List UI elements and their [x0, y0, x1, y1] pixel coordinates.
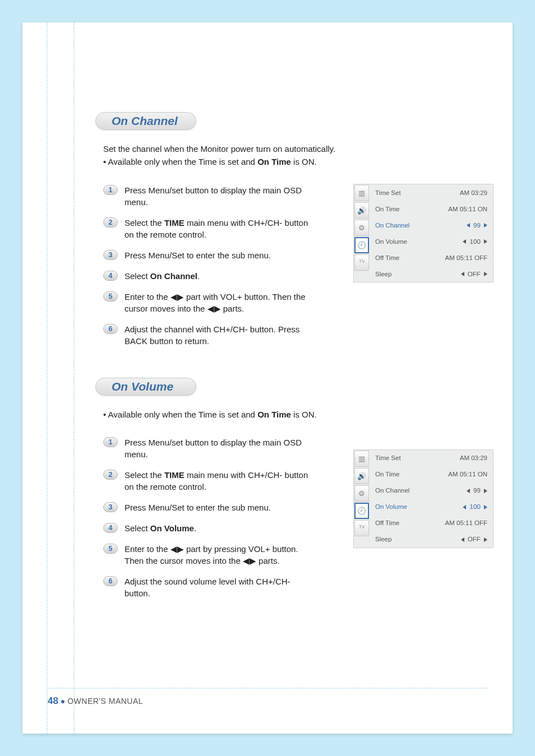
bold-text: On Time — [257, 410, 291, 419]
section-on-channel: On Channel Set the channel when the Moni… — [95, 112, 494, 347]
step-number-badge: 3 — [103, 502, 118, 512]
step-number-badge: 3 — [103, 250, 118, 260]
osd-menu-icon: 🔊 — [354, 468, 369, 484]
osd-row-label: On Channel — [375, 222, 409, 229]
intro-line2: • Available only when the Time is set an… — [103, 408, 494, 421]
step-number-badge: 5 — [103, 291, 118, 302]
osd-icon-column: ▥🔊⚙🕘ᵀⱽ — [354, 450, 370, 548]
triangle-right-icon — [484, 505, 487, 509]
intro-line1: Set the channel when the Monitor power t… — [103, 142, 494, 155]
step-item: 4Select On Volume. — [103, 522, 316, 534]
page: On Channel Set the channel when the Moni… — [22, 22, 513, 734]
triangle-right-icon — [484, 537, 487, 542]
triangle-right-icon — [484, 223, 487, 228]
osd-value-text: 99 — [472, 222, 482, 229]
osd-row-label: On Time — [375, 206, 399, 212]
section-heading: On Channel — [95, 112, 196, 130]
step-text: Select the TIME main menu with CH+/CH- b… — [124, 217, 316, 240]
triangle-left-icon — [463, 239, 466, 244]
step-item: 5Enter to the ◀▶ part by pressing VOL+ b… — [103, 543, 316, 567]
osd-menu-icon: 🔊 — [354, 202, 369, 219]
step-item: 1Press Menu/set button to display the ma… — [103, 184, 316, 208]
page-number: 48 — [48, 695, 58, 706]
osd-row-value: AM 03:29 — [460, 454, 487, 461]
step-item: 6Adjust the sound volume level with CH+/… — [103, 576, 316, 599]
triangle-left-icon — [463, 505, 466, 509]
osd-row: On TimeAM 05:11 ON — [375, 466, 487, 483]
step-item: 4Select On Channel. — [103, 270, 316, 282]
osd-menu-icon: ▥ — [354, 451, 369, 467]
osd-menu-icon: ⚙ — [354, 220, 369, 236]
text-fragment: is ON. — [291, 410, 317, 419]
triangle-left-icon — [461, 272, 464, 276]
step-number-badge: 6 — [103, 324, 118, 334]
osd-value-text: 100 — [468, 238, 482, 245]
osd-row-label: Sleep — [375, 536, 391, 542]
section-on-volume: On Volume • Available only when the Time… — [95, 378, 494, 599]
osd-row-label: Off Time — [375, 254, 399, 261]
osd-body: ▥🔊⚙🕘ᵀⱽ Time SetAM 03:29On TimeAM 05:11 O… — [354, 450, 493, 548]
osd-body: ▥🔊⚙🕘ᵀⱽ Time SetAM 03:29On TimeAM 05:11 O… — [354, 184, 493, 282]
content-area: On Channel Set the channel when the Moni… — [95, 112, 494, 599]
intro-line2: • Available only when the Time is set an… — [103, 155, 494, 168]
osd-menu-icon: ᵀⱽ — [354, 520, 369, 536]
osd-row: On Channel 99 — [375, 483, 487, 499]
triangle-right-icon — [484, 239, 487, 244]
osd-row-label: On Time — [375, 471, 399, 477]
step-text: Press Menu/set button to display the mai… — [124, 437, 316, 460]
osd-row-label: Off Time — [375, 520, 399, 526]
osd-row: Time SetAM 03:29 — [375, 184, 487, 201]
step-number-badge: 6 — [103, 576, 118, 586]
osd-rows: Time SetAM 03:29On TimeAM 05:11 ONOn Cha… — [370, 450, 493, 548]
osd-row-value: AM 05:11 ON — [448, 206, 487, 212]
intro-text: • Available only when the Time is set an… — [103, 408, 494, 421]
osd-menu-icon: ⚙ — [354, 485, 369, 502]
text-fragment: • Available only when the Time is set an… — [103, 157, 257, 166]
osd-row: Sleep OFF — [375, 531, 487, 548]
step-number-badge: 1 — [103, 437, 118, 447]
step-number-badge: 4 — [103, 523, 118, 533]
step-item: 5Enter to the ◀▶ part with VOL+ button. … — [103, 291, 316, 314]
osd-menu-icon: 🕘 — [354, 237, 369, 253]
osd-row: On Volume 100 — [375, 499, 487, 515]
step-text: Adjust the channel with CH+/CH- button. … — [124, 323, 316, 347]
intro-text: Set the channel when the Monitor power t… — [103, 142, 494, 169]
osd-row-value: OFF — [461, 536, 487, 542]
osd-row-label: Sleep — [375, 271, 391, 277]
osd-preview-on-channel: ▥🔊⚙🕘ᵀⱽ Time SetAM 03:29On TimeAM 05:11 O… — [353, 184, 494, 282]
step-number-badge: 4 — [103, 271, 118, 281]
footer-dot: ● — [61, 697, 67, 706]
osd-row-value: AM 05:11 OFF — [445, 520, 487, 526]
triangle-left-icon — [467, 223, 470, 228]
osd-icon-column: ▥🔊⚙🕘ᵀⱽ — [354, 184, 370, 282]
osd-menu-icon: ᵀⱽ — [354, 254, 369, 271]
step-item: 2Select the TIME main menu with CH+/CH- … — [103, 217, 316, 240]
step-text: Select On Volume. — [124, 522, 196, 534]
osd-row: Off TimeAM 05:11 OFF — [375, 249, 487, 266]
osd-value-text: OFF — [466, 536, 482, 542]
osd-menu-icon: 🕘 — [354, 503, 369, 519]
step-number-badge: 1 — [103, 185, 118, 195]
osd-value-text: OFF — [466, 271, 482, 277]
step-number-badge: 5 — [103, 544, 118, 554]
osd-row-label: Time Set — [375, 189, 401, 196]
osd-row-value: 100 — [463, 238, 487, 245]
footer-label: OWNER'S MANUAL — [67, 697, 143, 706]
osd-row-value: 100 — [463, 503, 487, 510]
section-heading: On Volume — [95, 378, 196, 396]
text-fragment: • Available only when the Time is set an… — [103, 410, 257, 419]
osd-preview-on-volume: ▥🔊⚙🕘ᵀⱽ Time SetAM 03:29On TimeAM 05:11 O… — [353, 449, 494, 548]
triangle-left-icon — [467, 489, 470, 493]
step-text: Adjust the sound volume level with CH+/C… — [124, 576, 316, 599]
step-item: 6Adjust the channel with CH+/CH- button.… — [103, 323, 316, 347]
text-fragment: is ON. — [291, 157, 317, 166]
step-item: 2Select the TIME main menu with CH+/CH- … — [103, 469, 316, 493]
osd-row-label: On Volume — [375, 503, 407, 510]
osd-row-value: AM 05:11 ON — [448, 471, 487, 477]
step-text: Enter to the ◀▶ part with VOL+ button. T… — [124, 291, 316, 314]
osd-row-value: AM 05:11 OFF — [445, 254, 487, 261]
triangle-right-icon — [484, 489, 487, 493]
steps-list-on-channel: 1Press Menu/set button to display the ma… — [103, 184, 316, 347]
osd-value-text: 100 — [468, 503, 482, 510]
step-item: 3Press Menu/Set to enter the sub menu. — [103, 249, 316, 261]
